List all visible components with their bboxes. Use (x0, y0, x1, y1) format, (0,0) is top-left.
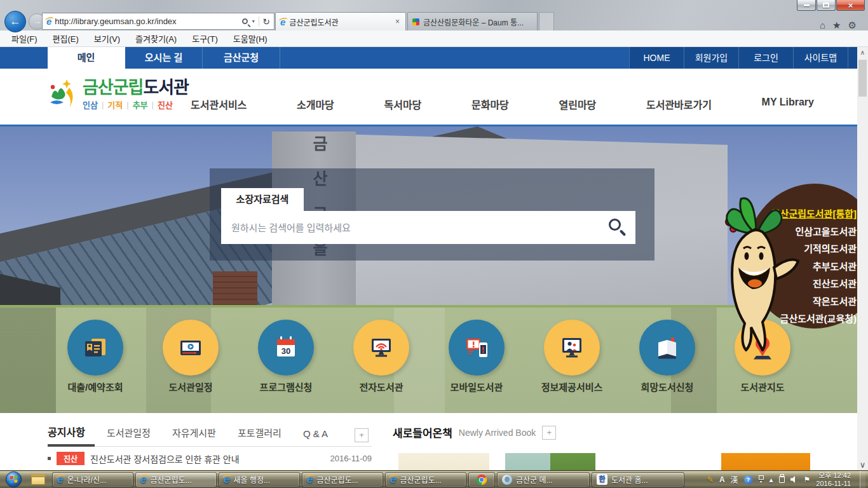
ime-hanja-icon[interactable]: 漢 (731, 474, 738, 485)
menu-view[interactable]: 보기(V) (86, 32, 128, 44)
start-button[interactable] (5, 471, 22, 488)
new-books-more-button[interactable]: + (542, 426, 556, 440)
search-icon[interactable] (242, 18, 248, 24)
menu-file[interactable]: 파일(F) (4, 32, 45, 44)
menu-help[interactable]: 도움말(H) (226, 32, 275, 44)
nav-reading[interactable]: 독서마당 (384, 97, 421, 112)
help-tray-icon[interactable]: ? (744, 475, 753, 484)
util-signup[interactable]: 회원가입 (684, 47, 738, 69)
show-desktop-button[interactable] (860, 471, 865, 488)
quicklink-loan-lookup[interactable] (67, 320, 123, 376)
action-center-flag-icon[interactable]: ⚑ (804, 475, 811, 484)
quicklink-info-service[interactable] (544, 320, 600, 376)
info-monitor-icon (558, 334, 586, 362)
page-scrollbar[interactable]: ∧ ∨ (857, 47, 868, 470)
ime-language-icon[interactable]: A (719, 475, 725, 484)
volume-icon[interactable] (790, 476, 798, 484)
taskbar-clock[interactable]: 오후 12:42 2016-11-11 (816, 471, 851, 488)
quicklink-e-library[interactable] (353, 320, 409, 376)
tab-qna[interactable]: Q & A (303, 428, 328, 439)
taskbar-chrome-button[interactable] (468, 472, 495, 487)
tools-gear-icon[interactable]: ⚙ (848, 20, 857, 31)
search-submit-button[interactable] (609, 219, 628, 238)
util-login[interactable]: 로그인 (738, 47, 793, 69)
nav-tab-main[interactable]: 메인 (48, 47, 125, 69)
site-top-nav: 메인 오시는 길 금산군청 HOME 회원가입 로그인 사이트맵 (0, 47, 868, 69)
taskbar-window-onnara[interactable]: e 온-나라/신... (52, 472, 133, 487)
notice-row[interactable]: 진산 진산도서관 장서점검으로 인한 휴관 안내 2016-11-09 (48, 452, 372, 465)
search-tab[interactable]: 소장자료검색 (221, 188, 304, 211)
nav-my-library[interactable]: MY Library (762, 97, 814, 112)
board-more-button[interactable]: + (355, 428, 369, 442)
tab-close-icon[interactable]: × (394, 17, 401, 26)
tab-notices[interactable]: 공지사항 (48, 424, 85, 439)
quicklink-library-schedule[interactable] (163, 320, 219, 376)
tab-schedule[interactable]: 도서관일정 (107, 426, 151, 439)
nav-intro[interactable]: 소개마당 (297, 97, 334, 112)
minimize-button[interactable] (797, 0, 816, 11)
quicklink-label[interactable]: 도서관지도 (715, 380, 810, 393)
maximize-button[interactable] (817, 0, 836, 11)
nav-shortcuts[interactable]: 도서관바로가기 (646, 97, 712, 112)
taskbar-messenger-button[interactable]: 금산군 메... (497, 472, 590, 487)
new-books-subtitle: Newly Arrived Book (459, 428, 536, 438)
search-caret-icon[interactable]: ▼ (251, 19, 255, 24)
taskbar-window-library2[interactable]: e 금산군립도... (302, 472, 383, 487)
util-home[interactable]: HOME (629, 47, 684, 69)
menu-bar: 파일(F) 편집(E) 보기(V) 즐겨찾기(A) 도구(T) 도움말(H) (0, 30, 868, 47)
nav-tab-county-office[interactable]: 금산군청 (203, 47, 280, 69)
ie-icon: e (57, 474, 63, 485)
url-text[interactable]: http://library.geumsan.go.kr/index (55, 17, 239, 26)
usb-eject-icon[interactable] (779, 476, 785, 483)
quicklink-label[interactable]: 대출/예약조회 (48, 380, 143, 393)
taskbar-hwp-button[interactable]: 한 도서관 홈... (592, 472, 684, 487)
minimize-icon (804, 4, 810, 6)
clock-date: 2016-11-11 (816, 480, 851, 488)
window-switch-icon[interactable]: ▾ (759, 475, 764, 484)
taskbar-window-saeol[interactable]: e 새올 행정... (219, 472, 300, 487)
tab-free-board[interactable]: 자유게시판 (172, 426, 216, 439)
folder-icon (31, 475, 45, 485)
new-tab-stub[interactable] (539, 12, 554, 30)
video-player-icon (177, 334, 205, 362)
nav-open[interactable]: 열린마당 (559, 97, 596, 112)
notice-title[interactable]: 진산도서관 장서점검으로 인한 휴관 안내 (90, 452, 324, 465)
taskbar-window-library-active[interactable]: e 금산군립도... (135, 472, 217, 487)
quicklink-mobile-library[interactable] (449, 320, 505, 376)
hidden-icons-arrow[interactable]: ▴ (770, 475, 773, 484)
tab-photo-gallery[interactable]: 포토갤러리 (238, 426, 281, 439)
address-bar[interactable]: e http://library.geumsan.go.kr/index ▼ ↻ (42, 13, 275, 30)
menu-favorites[interactable]: 즐겨찾기(A) (128, 32, 184, 44)
utility-nav: HOME 회원가입 로그인 사이트맵 (629, 47, 857, 69)
nav-tab-directions[interactable]: 오시는 길 (125, 47, 203, 69)
quicklink-book-request[interactable] (639, 320, 695, 376)
menu-tools[interactable]: 도구(T) (184, 32, 226, 44)
quicklink-label[interactable]: 정보제공서비스 (524, 380, 620, 393)
ime-pencil-icon[interactable]: ✎ (707, 475, 714, 484)
nav-library-services[interactable]: 도서관서비스 (191, 97, 247, 112)
home-icon[interactable]: ⌂ (820, 20, 825, 31)
nav-culture[interactable]: 문화마당 (471, 97, 509, 112)
tab-inactive[interactable]: 금산산림문화타운 – Daum 통... (407, 12, 538, 30)
quicklink-label[interactable]: 프로그램신청 (238, 380, 334, 393)
util-sitemap[interactable]: 사이트맵 (793, 47, 848, 69)
calendar-icon: 30 (272, 334, 300, 362)
site-logo[interactable]: 금산군립도서관 인삼| 기적| 추부| 진산 (48, 79, 189, 111)
quicklink-label[interactable]: 도서관일정 (143, 380, 238, 393)
menu-edit[interactable]: 편집(E) (45, 32, 86, 44)
favorites-star-icon[interactable]: ★ (832, 20, 841, 31)
back-button[interactable]: ← (4, 11, 26, 32)
scroll-down-arrow[interactable]: ∨ (857, 459, 868, 470)
scrollbar-thumb[interactable] (858, 60, 867, 97)
quicklink-label[interactable]: 모바일도서관 (429, 380, 524, 393)
search-input[interactable] (221, 211, 635, 244)
taskbar-explorer-button[interactable] (26, 471, 50, 488)
taskbar-window-library3[interactable]: e 금산군립도... (385, 472, 466, 487)
quicklink-label[interactable]: 전자도서관 (334, 380, 429, 393)
refresh-icon[interactable]: ↻ (262, 17, 270, 27)
close-button[interactable]: × (836, 0, 865, 11)
quicklink-label[interactable]: 희망도서신청 (620, 380, 715, 393)
quicklink-program-apply[interactable]: 30 (258, 320, 314, 376)
scroll-up-arrow[interactable]: ∧ (857, 47, 868, 58)
tab-active[interactable]: e 금산군립도서관 × (275, 12, 406, 30)
